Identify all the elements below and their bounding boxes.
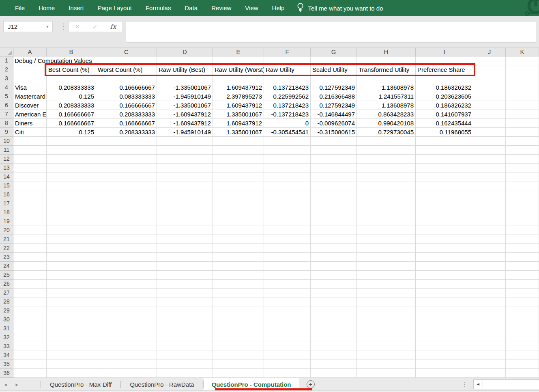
column-header-I[interactable]: I [416,48,473,56]
cell-E26[interactable] [213,280,264,289]
cell-A3[interactable] [13,74,47,83]
cell-A13[interactable] [13,164,47,172]
cell-K34[interactable] [506,351,539,360]
cell-D29[interactable] [157,306,213,315]
cell-F7[interactable]: -0.137218423 [264,110,311,119]
cell-C8[interactable]: 0.166666667 [96,119,157,128]
cell-A8[interactable]: Diners [13,119,47,128]
cell-J11[interactable] [473,146,506,155]
cell-G13[interactable] [311,164,357,172]
cell-B9[interactable]: 0.125 [47,128,96,137]
cell-H14[interactable] [357,172,416,181]
cell-E11[interactable] [213,146,264,155]
row-header-35[interactable]: 35 [0,360,13,369]
cell-B7[interactable]: 0.166666667 [47,110,96,119]
cell-E24[interactable] [213,262,264,271]
cell-H6[interactable]: 1.13608978 [357,101,416,110]
ribbon-tab-help[interactable]: Help [265,0,292,16]
cell-K25[interactable] [506,271,539,280]
row-header-31[interactable]: 31 [0,324,13,333]
hscroll-left-icon[interactable]: ◄ [473,379,483,389]
cell-J15[interactable] [473,181,506,190]
cell-G29[interactable] [311,306,357,315]
row-header-20[interactable]: 20 [0,226,13,235]
cell-C31[interactable] [96,324,157,333]
cell-H2[interactable]: Transformed Utility [357,65,416,74]
cell-K4[interactable] [506,83,539,92]
column-header-J[interactable]: J [473,48,506,56]
cell-F1[interactable] [264,56,311,65]
cell-B19[interactable] [47,217,96,226]
cell-K30[interactable] [506,315,539,324]
cell-C23[interactable] [96,253,157,262]
cell-K3[interactable] [506,74,539,83]
ribbon-tab-file[interactable]: File [8,0,32,16]
select-all-corner[interactable] [0,48,13,56]
cell-F10[interactable] [264,137,311,146]
cell-I31[interactable] [416,324,473,333]
cell-G22[interactable] [311,244,357,253]
cell-G25[interactable] [311,271,357,280]
cell-F30[interactable] [264,315,311,324]
cell-B17[interactable] [47,199,96,208]
cell-E14[interactable] [213,172,264,181]
cell-J28[interactable] [473,297,506,306]
cell-H15[interactable] [357,181,416,190]
cell-D28[interactable] [157,297,213,306]
cell-F4[interactable]: 0.137218423 [264,83,311,92]
cell-C35[interactable] [96,360,157,369]
cell-A4[interactable]: Visa [13,83,47,92]
cell-H31[interactable] [357,324,416,333]
cell-B15[interactable] [47,181,96,190]
cell-I10[interactable] [416,137,473,146]
row-header-33[interactable]: 33 [0,342,13,351]
cell-G5[interactable]: 0.216366488 [311,92,357,101]
cell-I6[interactable]: 0.186326232 [416,101,473,110]
cell-H9[interactable]: 0.729730045 [357,128,416,137]
cell-J20[interactable] [473,226,506,235]
cell-D17[interactable] [157,199,213,208]
cell-H3[interactable] [357,74,416,83]
cell-D11[interactable] [157,146,213,155]
cell-B21[interactable] [47,235,96,244]
cell-H32[interactable] [357,333,416,342]
cell-H20[interactable] [357,226,416,235]
cell-H4[interactable]: 1.13608978 [357,83,416,92]
cell-E5[interactable]: 2.397895273 [213,92,264,101]
cell-C3[interactable] [96,74,157,83]
cell-J14[interactable] [473,172,506,181]
cell-I19[interactable] [416,217,473,226]
cell-G28[interactable] [311,297,357,306]
cell-G31[interactable] [311,324,357,333]
cell-E21[interactable] [213,235,264,244]
cell-E6[interactable]: 1.609437912 [213,101,264,110]
cell-D6[interactable]: -1.335001067 [157,101,213,110]
cell-K26[interactable] [506,280,539,289]
cell-C29[interactable] [96,306,157,315]
cell-F35[interactable] [264,360,311,369]
cell-A25[interactable] [13,271,47,280]
cell-E30[interactable] [213,315,264,324]
cell-H34[interactable] [357,351,416,360]
cell-H5[interactable]: 1.241557311 [357,92,416,101]
sheet-tab-questionpro-rawdata[interactable]: QuestionPro - RawData [121,378,203,390]
cell-F5[interactable]: 0.225992562 [264,92,311,101]
cell-D21[interactable] [157,235,213,244]
cell-F17[interactable] [264,199,311,208]
cell-G36[interactable] [311,369,357,378]
ribbon-tab-home[interactable]: Home [32,0,62,16]
cell-I34[interactable] [416,351,473,360]
cell-B33[interactable] [47,342,96,351]
cell-C21[interactable] [96,235,157,244]
sheet-tab-questionpro-computation[interactable]: QuestionPro - Computation [204,378,299,390]
cell-B24[interactable] [47,262,96,271]
cell-F16[interactable] [264,190,311,199]
cell-G27[interactable] [311,289,357,297]
cell-D1[interactable] [157,56,213,65]
cell-K9[interactable] [506,128,539,137]
cell-C9[interactable]: 0.208333333 [96,128,157,137]
cell-F13[interactable] [264,164,311,172]
add-sheet-button[interactable]: + [307,378,315,390]
cell-E9[interactable]: 1.335001067 [213,128,264,137]
row-header-25[interactable]: 25 [0,271,13,280]
